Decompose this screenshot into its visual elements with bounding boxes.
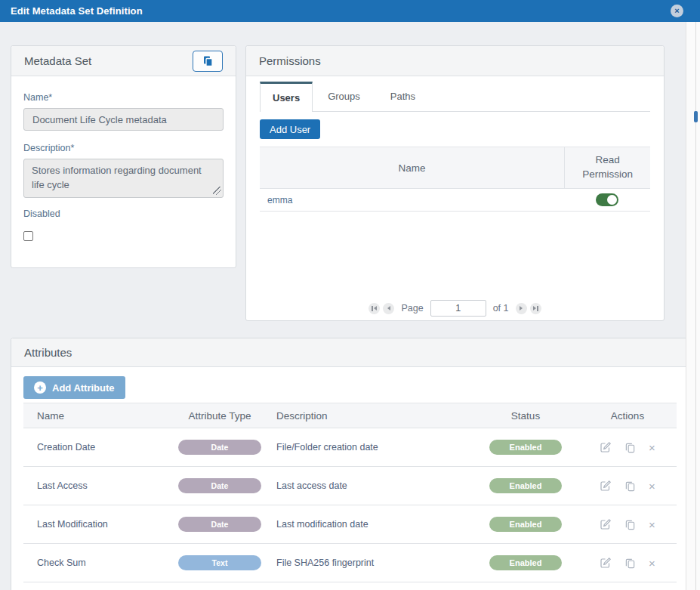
scrollbar-thumb[interactable] [694, 111, 698, 122]
disabled-checkbox[interactable] [23, 231, 33, 241]
clone-metadata-set-button[interactable] [193, 51, 223, 72]
copy-attribute-button[interactable] [624, 480, 636, 492]
attribute-description: File SHA256 fingerprint [273, 558, 473, 568]
tab-users[interactable]: Users [260, 82, 313, 112]
tab-filler [430, 82, 650, 112]
dialog-titlebar: Edit Metadata Set Definition × [0, 0, 700, 22]
column-header-description: Description [273, 410, 473, 422]
delete-icon: × [649, 480, 655, 492]
description-textarea[interactable]: Stores information regarding document li… [23, 159, 224, 198]
attribute-type-badge: Date [178, 517, 261, 532]
read-permission-toggle[interactable] [596, 193, 618, 206]
column-header-name: Name [23, 410, 167, 422]
delete-icon: × [649, 442, 655, 453]
permissions-title: Permissions [259, 54, 321, 67]
permissions-tabs: Users Groups Paths [260, 82, 650, 112]
last-page-button[interactable] [530, 303, 541, 314]
attribute-description: Last access date [273, 480, 473, 491]
tab-paths[interactable]: Paths [375, 82, 430, 112]
status-badge: Enabled [489, 440, 562, 455]
metadata-set-title: Metadata Set [24, 54, 91, 67]
copy-icon [624, 442, 636, 453]
edit-icon [600, 441, 612, 453]
copy-icon [202, 55, 214, 67]
close-icon: × [674, 7, 679, 15]
disabled-label: Disabled [23, 209, 224, 219]
edit-attribute-button[interactable] [600, 480, 612, 492]
attributes-body: + Add Attribute Name Attribute Type Desc… [11, 376, 689, 582]
delete-attribute-button[interactable]: × [649, 558, 655, 569]
copy-icon [624, 558, 636, 569]
description-textarea-wrap: Stores information regarding document li… [23, 159, 224, 198]
column-header-attribute-type: Attribute Type [167, 410, 273, 422]
users-table-header: Name Read Permission [260, 147, 650, 189]
edit-metadata-set-dialog: Edit Metadata Set Definition × Metadata … [0, 0, 700, 590]
attribute-actions: × [578, 557, 677, 569]
delete-icon: × [649, 558, 655, 569]
user-name: emma [260, 195, 564, 205]
add-attribute-label: Add Attribute [52, 382, 115, 394]
users-table: Name Read Permission emma [260, 147, 650, 212]
column-header-actions: Actions [578, 410, 677, 422]
plus-circle-icon: + [34, 381, 46, 394]
column-header-status: Status [473, 410, 578, 422]
delete-attribute-button[interactable]: × [649, 480, 655, 492]
status-badge: Enabled [489, 555, 562, 570]
attributes-table-header: Name Attribute Type Description Status A… [23, 403, 677, 428]
attributes-table: Name Attribute Type Description Status A… [23, 403, 677, 582]
delete-attribute-button[interactable]: × [649, 442, 655, 453]
attributes-header: Attributes [11, 338, 689, 367]
permissions-body: Users Groups Paths Add User Name Read Pe… [246, 82, 664, 326]
edit-attribute-button[interactable] [600, 518, 612, 530]
attribute-description: File/Folder creation date [273, 442, 473, 453]
scrollbar[interactable] [686, 22, 700, 590]
copy-attribute-button[interactable] [624, 519, 636, 530]
copy-attribute-button[interactable] [624, 558, 636, 569]
delete-attribute-button[interactable]: × [649, 519, 655, 530]
copy-attribute-button[interactable] [624, 442, 636, 453]
edit-attribute-button[interactable] [600, 557, 612, 569]
copy-icon [624, 480, 636, 492]
page-of-label: of 1 [493, 303, 509, 314]
column-header-read-permission: Read Permission [564, 147, 650, 188]
attribute-description: Last modification date [273, 519, 473, 530]
prev-page-button[interactable] [383, 303, 394, 314]
permissions-panel: Permissions Users Groups Paths Add User … [245, 45, 665, 321]
metadata-set-header: Metadata Set [11, 46, 236, 76]
next-page-icon [520, 306, 523, 310]
name-input[interactable] [23, 108, 224, 131]
attribute-name: Last Access [23, 480, 167, 491]
status-badge: Enabled [489, 478, 562, 493]
close-button[interactable]: × [671, 5, 683, 17]
user-row: emma [260, 189, 650, 212]
first-page-icon [372, 306, 373, 311]
name-label: Name* [23, 92, 224, 103]
pagination: Page of 1 [246, 300, 664, 317]
attribute-row: Check Sum Text File SHA256 fingerprint E… [23, 544, 677, 582]
next-page-button[interactable] [516, 303, 527, 314]
attribute-actions: × [578, 480, 677, 492]
attribute-row: Last Access Date Last access date Enable… [23, 467, 677, 505]
attribute-row: Last Modification Date Last modification… [23, 505, 677, 544]
attribute-type-badge: Text [178, 555, 261, 570]
attribute-name: Last Modification [23, 519, 167, 530]
page-label: Page [401, 303, 423, 314]
add-user-button[interactable]: Add User [260, 119, 320, 139]
edit-attribute-button[interactable] [600, 441, 612, 453]
permissions-header: Permissions [246, 46, 664, 76]
first-page-button[interactable] [369, 303, 380, 314]
attributes-panel: Attributes + Add Attribute Name Attribut… [11, 338, 689, 590]
edit-icon [600, 480, 612, 492]
column-header-name: Name [260, 147, 564, 188]
attribute-actions: × [578, 441, 677, 453]
metadata-set-panel: Metadata Set Name* Description* Stores i… [11, 45, 236, 268]
add-attribute-button[interactable]: + Add Attribute [23, 376, 125, 399]
delete-icon: × [649, 519, 655, 530]
edit-icon [600, 557, 612, 569]
prev-page-icon [387, 306, 390, 310]
status-badge: Enabled [489, 517, 562, 532]
attribute-row: Creation Date Date File/Folder creation … [23, 428, 677, 467]
resize-handle-icon[interactable] [213, 187, 221, 195]
page-number-input[interactable] [430, 300, 486, 317]
tab-groups[interactable]: Groups [313, 82, 375, 112]
